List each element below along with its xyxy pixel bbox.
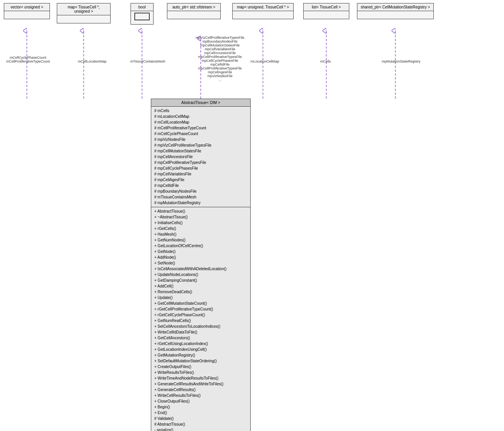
abstract-tissue-methods: + AbstractTissue() + ~AbstractTissue() +… bbox=[151, 207, 250, 431]
box-bool-title: bool bbox=[131, 3, 153, 11]
attr-line: # mTissueContainsMesh bbox=[154, 194, 247, 200]
method-line: + GetDampingConstant() bbox=[154, 277, 247, 283]
label-map-unsigned: mLocationCellMap bbox=[246, 59, 284, 63]
abstract-tissue-title: AbstractTissue< DIM > bbox=[151, 99, 250, 107]
attr-line: # mCells bbox=[154, 108, 247, 114]
attr-line: # mpCellMutationStatesFile bbox=[154, 148, 247, 154]
method-line: + WriteTimeAndNodeResultsToFiles() bbox=[154, 375, 247, 381]
method-line: + GetCellAncestors() bbox=[154, 335, 247, 341]
label-bool: mTissueContainsMesh bbox=[129, 59, 167, 63]
box-list-body bbox=[304, 11, 349, 19]
method-line: + GetNumNodes() bbox=[154, 237, 247, 243]
method-line: - serialize() bbox=[154, 427, 247, 431]
attr-line: # mCellLocationMap bbox=[154, 119, 247, 125]
attr-line: # mpCellVariablesFile bbox=[154, 171, 247, 177]
box-auto-ptr: auto_ptr< std::ofstream > bbox=[167, 3, 221, 19]
box-auto-ptr-body bbox=[167, 11, 220, 19]
attr-line: # mpVizCellProliferativeTypesFile bbox=[154, 142, 247, 148]
method-line: + rGetCells() bbox=[154, 226, 247, 231]
method-line: + rGetCellUsingLocationIndex() bbox=[154, 341, 247, 347]
abstract-tissue-attrs: # mCells # mLocationCellMap # mCellLocat… bbox=[151, 107, 250, 207]
box-shared-ptr-title: shared_ptr< CellMutationStateRegistry > bbox=[357, 3, 433, 11]
attr-line: # mpCellCyclePhasesFile bbox=[154, 165, 247, 171]
method-line: + InitialiseCells() bbox=[154, 220, 247, 226]
method-line: + SetNode() bbox=[154, 260, 247, 266]
box-map-tissuecell-title: map< TissueCell *, unsigned > bbox=[57, 3, 110, 15]
method-line: + RemoveDeadCells() bbox=[154, 289, 247, 295]
method-line: + WriteCellResultsToFiles() bbox=[154, 393, 247, 398]
box-list-title: list< TissueCell > bbox=[304, 3, 349, 11]
box-shared-ptr-body bbox=[357, 11, 433, 19]
method-line: + HasMesh() bbox=[154, 231, 247, 237]
label-shared-ptr: mpMutationStateRegistry bbox=[376, 59, 426, 63]
method-line: + WriteCellIdDataToFile() bbox=[154, 329, 247, 335]
method-line: + GetNode() bbox=[154, 249, 247, 254]
attr-line: # mpMutationStateRegistry bbox=[154, 200, 247, 206]
attr-line: # mpCellAgesFile bbox=[154, 177, 247, 183]
attr-line: # mpVizNodesFile bbox=[154, 137, 247, 142]
label-auto-ptr: mpVizCellProliferativeTypesFile mpBounda… bbox=[183, 36, 256, 82]
method-line: + SetDefaultMutationStateOrdering() bbox=[154, 358, 247, 364]
box-map-tissuecell-body bbox=[57, 15, 110, 23]
attr-line: # mpCellProliferativeTypesFile bbox=[154, 160, 247, 165]
box-map-unsigned-title: map< unsigned, TissueCell * > bbox=[233, 3, 293, 11]
box-abstract-tissue: AbstractTissue< DIM > # mCells # mLocati… bbox=[151, 99, 251, 431]
attr-line: # mpCellIdFile bbox=[154, 183, 247, 188]
method-line: + ~AbstractTissue() bbox=[154, 214, 247, 220]
box-auto-ptr-title: auto_ptr< std::ofstream > bbox=[167, 3, 220, 11]
attr-line: # mpBoundaryNodesFile bbox=[154, 188, 247, 194]
method-line: + CloseOutputFiles() bbox=[154, 398, 247, 404]
attr-line: # mCellCyclePhaseCount bbox=[154, 131, 247, 137]
attr-line: # mLocationCellMap bbox=[154, 114, 247, 119]
box-vector: vector< unsigned > bbox=[4, 3, 50, 19]
method-line: + End() bbox=[154, 410, 247, 416]
label-vector: mCellCyclePhaseCountmCellProliferativeTy… bbox=[3, 56, 53, 63]
diagram-container: vector< unsigned > map< TissueCell *, un… bbox=[0, 0, 504, 431]
method-line: + CreateOutputFiles() bbox=[154, 364, 247, 370]
method-line: + rGetCellProliferativeTypeCount() bbox=[154, 306, 247, 312]
method-line: + AddCell() bbox=[154, 283, 247, 289]
method-line: + GetNumRealCells() bbox=[154, 318, 247, 324]
box-vector-body bbox=[4, 11, 50, 19]
box-bool: bool bbox=[131, 3, 154, 25]
method-line: + GetCellMutationStateCount() bbox=[154, 301, 247, 306]
box-map-tissuecell: map< TissueCell *, unsigned > bbox=[57, 3, 111, 23]
attr-line: # mpCellAncestorsFile bbox=[154, 154, 247, 160]
attr-line: # mCellProliferativeTypeCount bbox=[154, 125, 247, 131]
method-line: + AddNode() bbox=[154, 254, 247, 260]
method-line: # Validate() bbox=[154, 416, 247, 421]
method-line: + Update() bbox=[154, 295, 247, 301]
box-shared-ptr: shared_ptr< CellMutationStateRegistry > bbox=[357, 3, 434, 19]
label-list: mCells bbox=[314, 59, 337, 63]
method-line: + GetMutationRegistry() bbox=[154, 352, 247, 358]
box-list-tissuecell: list< TissueCell > bbox=[303, 3, 349, 19]
method-line: + GetLocationIndexUsingCell() bbox=[154, 347, 247, 352]
method-line: + AbstractTissue() bbox=[154, 208, 247, 214]
box-vector-title: vector< unsigned > bbox=[4, 3, 50, 11]
box-bool-inner bbox=[134, 13, 150, 20]
method-line: + rGetCellCyclePhaseCount() bbox=[154, 312, 247, 318]
method-line: + GetLocationOfCellCentre() bbox=[154, 243, 247, 249]
method-line: + SetCellAncestorsToLocationIndices() bbox=[154, 324, 247, 329]
method-line: + Begin() bbox=[154, 404, 247, 410]
box-map-unsigned-body bbox=[233, 11, 293, 19]
method-line: + GenerateCellResults() bbox=[154, 387, 247, 393]
method-line: + GenerateCellResultsAndWriteToFiles() bbox=[154, 381, 247, 387]
method-line: + WriteResultsToFiles() bbox=[154, 370, 247, 375]
method-line: # AbstractTissue() bbox=[154, 421, 247, 427]
label-map-tissuecell: mCellLocationMap bbox=[75, 59, 109, 63]
box-map-unsigned: map< unsigned, TissueCell * > bbox=[232, 3, 294, 19]
method-line: + UpdateNodeLocations() bbox=[154, 272, 247, 277]
method-line: + IsCellAssociatedWithADeletedLocation() bbox=[154, 266, 247, 272]
